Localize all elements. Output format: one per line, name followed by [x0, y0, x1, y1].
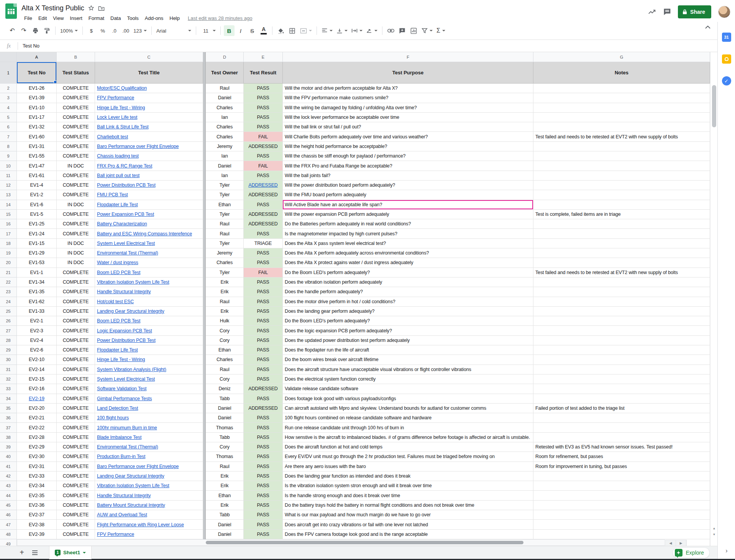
cell-E19[interactable]: PASS: [244, 248, 283, 258]
row-header-8[interactable]: 8: [0, 142, 17, 151]
cell-D13[interactable]: Tyler: [206, 190, 244, 200]
frozen-pane-divider[interactable]: [203, 345, 206, 355]
cell-E46[interactable]: PASS: [244, 510, 283, 520]
cell-F16[interactable]: Do the Batteries perform adequately in r…: [283, 219, 533, 229]
frozen-pane-divider[interactable]: [203, 336, 206, 345]
row-header-49[interactable]: 49: [0, 539, 17, 546]
cell-F41[interactable]: Are there any aero issues with the baro: [283, 462, 533, 471]
row-header-16[interactable]: 16: [0, 219, 17, 229]
row-header-27[interactable]: 27: [0, 326, 17, 335]
cell-F15[interactable]: Will the power expansion PCB perform ade…: [283, 210, 533, 219]
comment-bubble-icon[interactable]: [663, 8, 671, 16]
cell-E4[interactable]: PASS: [244, 103, 283, 113]
cell-B38[interactable]: COMPLETE: [57, 433, 95, 442]
cell-D19[interactable]: Jeremy: [206, 248, 244, 258]
cell-C45[interactable]: Battery Mount Structural Integrity: [95, 501, 203, 510]
cell-A7[interactable]: EV1-60: [17, 132, 57, 141]
cell-F45[interactable]: Do the battery trays hold the battery in…: [283, 501, 533, 510]
frozen-pane-divider[interactable]: [203, 181, 206, 190]
cell-B39[interactable]: COMPLETE: [57, 442, 95, 452]
frozen-pane-divider[interactable]: [203, 132, 206, 141]
cell-D33[interactable]: Deniz: [206, 384, 244, 394]
cell-A18[interactable]: EV1-15: [17, 239, 57, 248]
merge-cells-select[interactable]: [299, 25, 313, 36]
cell-A15[interactable]: EV1-5: [17, 210, 57, 219]
borders-button[interactable]: [287, 25, 298, 36]
frozen-pane-divider[interactable]: [203, 268, 206, 278]
cell-G46[interactable]: [533, 510, 710, 520]
cell-C47[interactable]: Flight Performance with Ring Lever Loose: [95, 520, 203, 529]
cell-B41[interactable]: COMPLETE: [57, 462, 95, 471]
cell-D40[interactable]: Thomas: [206, 452, 244, 461]
cell-E7[interactable]: FAIL: [244, 132, 283, 141]
cell-F21[interactable]: Do the Boom LED's perform adequately?: [283, 268, 533, 278]
cell-G40[interactable]: Room for refinement, but passes: [533, 452, 710, 461]
move-to-folder-icon[interactable]: [98, 5, 105, 11]
collapse-toolbar-icon[interactable]: [705, 26, 710, 29]
cell-D42[interactable]: Erik: [206, 471, 244, 481]
cell-E23[interactable]: PASS: [244, 287, 283, 297]
cell-A42[interactable]: EV2-33: [17, 471, 57, 481]
cell-D9[interactable]: Ian: [206, 151, 244, 161]
cell-C30[interactable]: Hinge Life Test - Wiring: [95, 355, 203, 365]
cell-B6[interactable]: COMPLETE: [57, 122, 95, 132]
cell-A31[interactable]: EV2-14: [17, 365, 57, 374]
cell-A6[interactable]: EV1-32: [17, 122, 57, 132]
cell-G29[interactable]: [533, 345, 710, 355]
horizontal-scrollbar-thumb[interactable]: [206, 541, 523, 544]
cell-G12[interactable]: [533, 181, 710, 190]
cell-C36[interactable]: 100 flight hours: [95, 413, 203, 423]
cell-C20[interactable]: Water / dust ingress: [95, 258, 203, 268]
cell-F24[interactable]: Does the motor drive perform in hot / co…: [283, 297, 533, 307]
cell-F3[interactable]: Will the FPV performance make customers …: [283, 93, 533, 103]
cell-E45[interactable]: PASS: [244, 501, 283, 510]
cell-A3[interactable]: EV1-39: [17, 93, 57, 103]
cell-F14[interactable]: Will Active Blade have an acceptable lif…: [283, 200, 533, 210]
cell-A1[interactable]: Test No: [17, 62, 57, 84]
cell-B28[interactable]: COMPLETE: [57, 336, 95, 345]
cell-A25[interactable]: EV1-33: [17, 307, 57, 316]
cell-C33[interactable]: Software Validation Test: [95, 384, 203, 394]
cell-B46[interactable]: COMPLETE: [57, 510, 95, 520]
cell-A48[interactable]: EV2-39: [17, 530, 57, 539]
cell-E25[interactable]: PASS: [244, 307, 283, 316]
cell-C10[interactable]: FRX Pro & RC Range Test: [95, 161, 203, 171]
frozen-pane-divider[interactable]: [203, 229, 206, 238]
increase-decimals-button[interactable]: .00: [120, 25, 131, 36]
cell-D17[interactable]: Raul: [206, 229, 244, 238]
cell-F30[interactable]: Do the boom wires break over aircraft li…: [283, 355, 533, 365]
calendar-icon[interactable]: 31: [722, 33, 731, 42]
cell-D37[interactable]: Thomas: [206, 423, 244, 432]
menu-add-ons[interactable]: Add-ons: [142, 15, 166, 22]
column-header-E[interactable]: E: [244, 52, 283, 62]
cell-E12[interactable]: ADDRESSED: [244, 181, 283, 190]
cell-D2[interactable]: Raul: [206, 84, 244, 93]
cell-C4[interactable]: Hinge Life Test - Wiring: [95, 103, 203, 113]
cell-E14[interactable]: PASS: [244, 200, 283, 210]
cell-G3[interactable]: [533, 93, 710, 103]
vertical-scrollbar[interactable]: ▲ ▼: [710, 52, 717, 546]
cell-B8[interactable]: COMPLETE: [57, 142, 95, 151]
vertical-align-select[interactable]: [335, 25, 349, 36]
share-button[interactable]: Share: [678, 5, 711, 18]
frozen-pane-divider[interactable]: [203, 151, 206, 161]
row-header-23[interactable]: 23: [0, 287, 17, 297]
cell-B27[interactable]: COMPLETE: [57, 326, 95, 335]
menu-view[interactable]: View: [50, 15, 66, 22]
cell-G32[interactable]: [533, 374, 710, 384]
frozen-pane-divider[interactable]: [203, 219, 206, 229]
cell-A30[interactable]: EV2-10: [17, 355, 57, 365]
cell-C9[interactable]: Chassis loading test: [95, 151, 203, 161]
cell-F12[interactable]: Will the power distribution board perfor…: [283, 181, 533, 190]
frozen-pane-divider[interactable]: [203, 481, 206, 491]
cell-A5[interactable]: EV1-17: [17, 113, 57, 122]
italic-button[interactable]: I: [235, 25, 246, 36]
cell-F35[interactable]: Can aircraft autoland with Mpro and skyv…: [283, 404, 533, 413]
cell-F18[interactable]: Does the Alta X pass system level electr…: [283, 239, 533, 248]
redo-button[interactable]: ↷: [18, 25, 29, 36]
cell-C41[interactable]: Baro Performance over Flight Envelope: [95, 462, 203, 471]
cell-B5[interactable]: COMPLETE: [57, 113, 95, 122]
cell-E43[interactable]: PASS: [244, 481, 283, 491]
row-header-11[interactable]: 11: [0, 171, 17, 181]
cell-B18[interactable]: IN DOC: [57, 239, 95, 248]
